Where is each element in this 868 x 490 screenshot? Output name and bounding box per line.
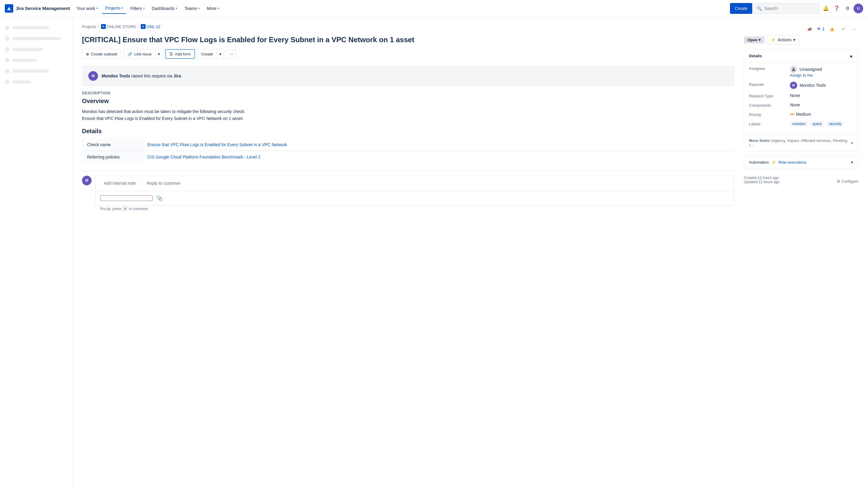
header-actions: 📣 👁 1 👍 ↗ ⋯: [805, 26, 858, 33]
activity-via: Jira: [174, 73, 181, 78]
rule-executions-link[interactable]: Rule executions: [778, 160, 807, 164]
share-button[interactable]: ↗: [839, 26, 847, 33]
user-avatar[interactable]: U: [854, 4, 863, 13]
search-input[interactable]: [764, 6, 812, 11]
label-mondoo[interactable]: mondoo: [790, 121, 808, 127]
label-security[interactable]: security: [827, 121, 844, 127]
nav-filters[interactable]: Filters ▾: [127, 3, 147, 14]
help-button[interactable]: ❓: [832, 4, 841, 13]
reply-to-customer-tab[interactable]: Reply to customer: [143, 178, 184, 189]
link-issue-group: 🔗 Link issue ▾: [124, 49, 163, 59]
priority-badge: Medium: [790, 112, 853, 117]
priority-value: Medium: [790, 112, 853, 117]
nav-your-work[interactable]: Your work ▾: [73, 3, 101, 14]
add-internal-note-tab[interactable]: Add internal note: [100, 178, 140, 189]
automation-inner: Automation ⚡ Rule executions: [749, 160, 806, 164]
subtask-icon: ⊕: [86, 52, 89, 56]
status-open-button[interactable]: Open ▾: [744, 36, 764, 43]
details-section: Details Check name Ensure that VPC Flow …: [82, 128, 734, 163]
assignee-label: Assignee: [749, 66, 785, 71]
table-row: Referring policies CIS Google Cloud Plat…: [82, 151, 734, 163]
nav-projects[interactable]: Projects ▾: [102, 3, 126, 14]
issue-sidebar-panel: Open ▾ ⚡ Actions ▾ Details ▲: [744, 35, 858, 215]
nav-more[interactable]: More ▾: [204, 3, 222, 14]
nav-projects-chevron: ▾: [121, 6, 123, 10]
breadcrumb-issue-link[interactable]: ONL-12: [147, 24, 161, 29]
breadcrumb-project-link[interactable]: ONLINE STORE: [107, 24, 136, 29]
priority-dot: [790, 114, 794, 115]
watch-button[interactable]: 👁 1: [817, 27, 825, 31]
activity-user: Mondoo Tools: [101, 73, 130, 78]
issue-main: [CRITICAL] Ensure that VPC Flow Logs is …: [82, 35, 734, 215]
details-table: Check name Ensure that VPC Flow Logs is …: [82, 138, 734, 163]
like-button[interactable]: 👍: [827, 26, 837, 33]
comment-input-wrapper: Add internal note / Reply to customer 📎: [95, 176, 734, 215]
automation-row: Automation ⚡ Rule executions ▾: [744, 156, 858, 168]
attachment-icon[interactable]: 📎: [156, 195, 163, 202]
automation-panel: Automation ⚡ Rule executions ▾: [744, 156, 858, 169]
comment-input[interactable]: [100, 195, 153, 201]
label-query[interactable]: query: [810, 121, 824, 127]
sidebar-item-label: [13, 70, 49, 73]
check-name-link[interactable]: Ensure that VPC Flow Logs is Enabled for…: [147, 142, 287, 147]
breadcrumb-issue-id[interactable]: ONL-12: [141, 24, 161, 29]
content-area: Projects / ONLINE STORE / ONL-12 📣: [72, 17, 868, 490]
referring-policies-link[interactable]: CIS Google Cloud Platform Foundation Ben…: [147, 155, 260, 159]
check-name-label: Check name: [82, 138, 143, 151]
configure-link[interactable]: ⚙ Configure: [837, 179, 858, 184]
assign-to-me-link[interactable]: Assign to me: [790, 73, 853, 78]
sidebar-item: [2, 78, 70, 86]
status-label: Open: [747, 38, 757, 42]
assignee-inner: Unassigned: [790, 66, 853, 73]
sidebar-item: [2, 35, 70, 42]
protip-suffix: to comment: [129, 207, 148, 211]
announce-button[interactable]: 📣: [805, 26, 814, 33]
desc-line1: Mondoo has detected that action must be …: [82, 108, 734, 115]
add-form-button[interactable]: ☰ Add form: [165, 49, 195, 59]
overview-heading: Overview: [82, 98, 734, 104]
breadcrumb-project[interactable]: ONLINE STORE: [101, 24, 136, 29]
notifications-button[interactable]: 🔔: [821, 4, 831, 13]
priority-text: Medium: [796, 112, 811, 117]
app-logo[interactable]: Jira Service Management: [5, 4, 70, 13]
svg-rect-1: [102, 25, 105, 28]
nav-dashboards-chevron: ▾: [176, 7, 177, 10]
activity-desc: raised this request via: [131, 73, 174, 78]
nav-more-chevron: ▾: [218, 7, 219, 10]
status-chevron: ▾: [758, 38, 761, 42]
breadcrumb-projects-link[interactable]: Projects: [82, 24, 96, 29]
settings-button[interactable]: ⚙: [843, 4, 852, 13]
assignee-value: Unassigned Assign to me: [790, 66, 853, 78]
nav-filters-chevron: ▾: [143, 7, 145, 10]
details-panel-header[interactable]: Details ▲: [744, 50, 858, 62]
search-box[interactable]: 🔍: [753, 3, 820, 14]
actions-button[interactable]: ⚡ Actions ▾: [767, 35, 799, 44]
automation-chevron[interactable]: ▾: [851, 160, 853, 164]
issue-toolbar: ⊕ Create subtask 🔗 Link issue ▾ ☰ Add fo…: [82, 49, 734, 59]
more-toolbar-button[interactable]: ⋯: [227, 49, 236, 59]
reporter-label: Reporter: [749, 82, 785, 87]
create-button[interactable]: Create: [730, 3, 752, 14]
link-issue-dropdown[interactable]: ▾: [155, 49, 163, 59]
comment-box: Add internal note / Reply to customer 📎: [95, 176, 734, 206]
actions-label: Actions: [778, 37, 792, 42]
link-issue-button[interactable]: 🔗 Link issue: [124, 49, 155, 59]
create-dropdown[interactable]: ▾: [217, 49, 224, 59]
updated-text: Updated 12 hours ago: [744, 180, 780, 184]
description-text: Mondoo has detected that action must be …: [82, 108, 734, 122]
check-name-value: Ensure that VPC Flow Logs is Enabled for…: [143, 138, 734, 151]
create-subtask-button[interactable]: ⊕ Create subtask: [82, 49, 121, 59]
request-type-label: Request Type: [749, 93, 785, 98]
nav-teams[interactable]: Teams ▾: [181, 3, 203, 14]
more-fields-row[interactable]: More fields Urgency, Impact, Affected se…: [744, 134, 858, 151]
details-panel: Details ▲ Assignee: [744, 50, 858, 151]
nav-dashboards[interactable]: Dashboards ▾: [149, 3, 181, 14]
lightning-icon: ⚡: [771, 37, 776, 42]
details-panel-chevron: ▲: [849, 53, 853, 58]
sidebar-item-icon: [5, 36, 10, 41]
more-fields-label: More fields Urgency, Impact, Affected se…: [749, 138, 851, 147]
create-button-toolbar[interactable]: Create: [197, 49, 217, 59]
components-label: Components: [749, 102, 785, 108]
watch-icon: 👁: [817, 27, 821, 31]
more-actions-button[interactable]: ⋯: [849, 26, 858, 33]
